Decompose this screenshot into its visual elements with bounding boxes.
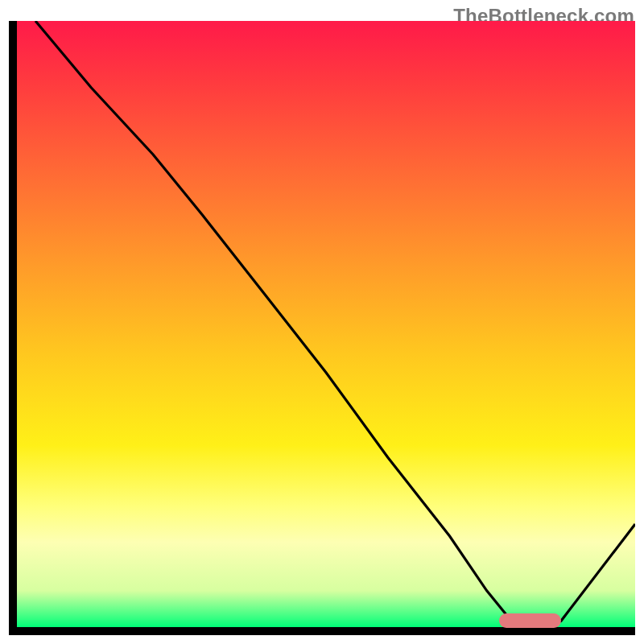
chart-container: TheBottleneck.com — [0, 0, 644, 644]
plot-area — [9, 21, 635, 635]
curve-svg — [17, 21, 635, 627]
target-zone-marker — [499, 613, 561, 628]
bottleneck-curve-path — [35, 21, 635, 627]
